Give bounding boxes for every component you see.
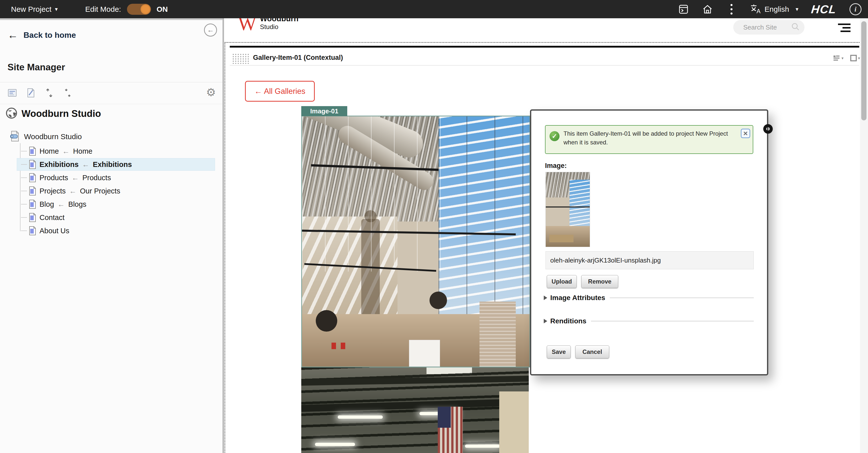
top-toolbar: New Project ▾ Edit Mode: ON A English xyxy=(0,0,868,18)
page-icon xyxy=(29,226,36,235)
renditions-section[interactable]: Renditions xyxy=(544,317,754,325)
language-label: English xyxy=(765,5,789,13)
left-arrow-icon: ← xyxy=(7,29,18,41)
project-selector-label: New Project xyxy=(11,5,52,13)
settings-gear-icon[interactable]: ⚙ xyxy=(205,86,217,98)
mapping-arrow-icon: ← xyxy=(71,174,79,182)
remove-button[interactable]: Remove xyxy=(581,275,618,288)
sidebar-item-contact[interactable]: Contact xyxy=(21,211,64,224)
toggle-knob-icon xyxy=(141,4,151,14)
collapse-panel-icon[interactable]: ← xyxy=(204,24,217,36)
portlet-actions: ▾ ▾ xyxy=(833,55,860,62)
photo-poster xyxy=(341,343,345,349)
drag-handle-icon[interactable] xyxy=(232,53,249,64)
back-to-home-button[interactable]: ← Back to home xyxy=(7,29,76,41)
chevron-down-icon: ▾ xyxy=(858,56,860,61)
all-galleries-button[interactable]: ← All Galleries xyxy=(245,81,315,102)
photo-light xyxy=(315,443,355,446)
filename-text: oleh-aleinyk-arjGK13olEI-unsplash.jpg xyxy=(546,257,661,264)
edit-mode-state: ON xyxy=(156,5,168,13)
portlet-title: Gallery-Item-01 (Contextual) xyxy=(253,54,343,62)
section-divider xyxy=(230,46,859,48)
menu-icon[interactable] xyxy=(838,24,850,32)
toolbar-right: A English ▾ HCL i xyxy=(678,2,868,16)
hcl-logo: HCL xyxy=(811,2,837,16)
gallery-image-preview[interactable] xyxy=(301,116,530,367)
home-icon[interactable] xyxy=(702,4,713,15)
page-decoration-ring xyxy=(763,124,773,134)
edit-mode-label: Edit Mode: xyxy=(85,5,121,13)
tree-connector xyxy=(20,143,21,231)
tree-root-label: Woodburn Studio xyxy=(24,133,82,141)
info-icon[interactable]: i xyxy=(849,3,862,15)
chevron-down-icon: ▾ xyxy=(841,56,843,61)
edit-mode-toggle[interactable] xyxy=(127,4,151,15)
photo-light xyxy=(338,416,383,419)
mapping-arrow-icon: ← xyxy=(82,161,89,169)
sidebar-item-home[interactable]: Home ← Home xyxy=(21,145,93,157)
expand-arrow-icon xyxy=(544,295,547,300)
site-logo-line2: Studio xyxy=(260,23,299,31)
project-selector[interactable]: New Project ▾ xyxy=(11,5,58,13)
reorder-page-icon[interactable] xyxy=(62,87,73,98)
photo-wall xyxy=(499,391,529,453)
mapping-arrow-icon: ← xyxy=(69,187,76,195)
photo-brick-wall xyxy=(479,302,516,367)
language-selector[interactable]: A English ▾ xyxy=(750,3,798,15)
image-field-label: Image: xyxy=(545,162,567,170)
sidebar-item-about-us[interactable]: About Us xyxy=(21,225,69,237)
site-manager-panel: ← Back to home ← Site Manager ⚙ xyxy=(0,18,222,453)
tree-root-node[interactable]: Woodburn Studio xyxy=(10,131,82,143)
page-icon xyxy=(29,213,36,222)
mapping-arrow-icon: ← xyxy=(58,200,65,208)
close-icon[interactable]: × xyxy=(741,129,750,138)
divider xyxy=(0,104,222,104)
page-icon xyxy=(29,199,36,209)
toolbar-left: New Project ▾ Edit Mode: ON xyxy=(0,4,168,15)
scrollbar-thumb[interactable] xyxy=(861,21,867,120)
sidebar-item-products[interactable]: Products ← Products xyxy=(21,172,111,184)
globe-icon xyxy=(5,107,18,120)
portlet-menu-icon[interactable]: ▾ xyxy=(833,55,843,62)
image-thumbnail xyxy=(546,172,590,247)
gallery-image-preview-2[interactable] xyxy=(301,367,529,453)
site-name: Woodburn Studio xyxy=(22,108,101,119)
edit-page-icon[interactable] xyxy=(25,87,36,98)
alert-message: This item Gallery-Item-01 will be added … xyxy=(563,129,728,147)
panel-title: Site Manager xyxy=(7,62,65,73)
filename-field: oleh-aleinyk-arjGK13olEI-unsplash.jpg xyxy=(546,251,754,269)
image-attributes-section[interactable]: Image Attributes xyxy=(544,294,754,302)
portlet-layout-icon[interactable]: ▾ xyxy=(850,55,860,62)
mapping-arrow-icon: ← xyxy=(62,147,69,155)
sidebar-item-blog[interactable]: Blog ← Blogs xyxy=(21,198,87,210)
panel-splitter[interactable] xyxy=(222,18,224,453)
photo-flag xyxy=(438,407,463,453)
sidebar-item-projects[interactable]: Projects ← Our Projects xyxy=(21,185,120,197)
site-search xyxy=(733,20,805,34)
applications-panel-icon[interactable] xyxy=(678,4,689,15)
more-options-icon[interactable] xyxy=(726,4,737,15)
page-icon xyxy=(29,146,36,156)
page-icon xyxy=(29,186,36,196)
scrollbar[interactable] xyxy=(860,18,868,453)
photo-cables xyxy=(302,116,450,272)
image-component-tag[interactable]: Image-01 xyxy=(301,106,347,116)
save-button[interactable]: Save xyxy=(547,345,571,359)
photo-light xyxy=(465,445,500,448)
search-input[interactable] xyxy=(733,23,791,31)
site-header: Woodburn Studio xyxy=(5,107,101,120)
divider xyxy=(0,82,222,82)
expand-arrow-icon xyxy=(544,319,547,323)
image-edit-dialog: ✓ This item Gallery-Item-01 will be adde… xyxy=(530,109,768,375)
upload-button[interactable]: Upload xyxy=(547,275,577,288)
site-node-icon xyxy=(10,131,20,143)
cancel-button[interactable]: Cancel xyxy=(575,345,609,359)
move-page-icon[interactable] xyxy=(43,87,55,98)
sidebar-item-exhibitions[interactable]: Exhibitions ← Exhibitions xyxy=(17,159,215,170)
photo-banner xyxy=(409,340,440,367)
new-page-icon[interactable] xyxy=(6,87,18,98)
page-icon xyxy=(29,173,36,182)
search-icon[interactable] xyxy=(791,23,800,32)
translate-icon: A xyxy=(750,3,762,15)
photo-sign xyxy=(316,310,337,332)
